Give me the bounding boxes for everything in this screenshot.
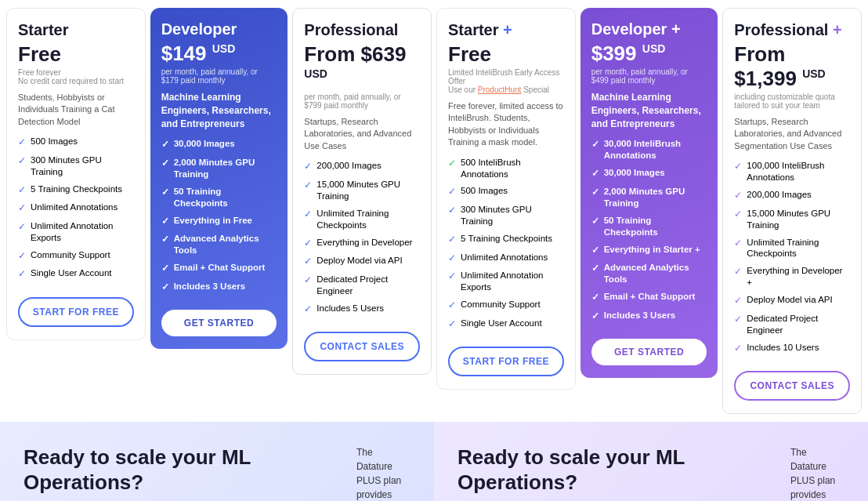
feature-item: ✓Advanced Analytics Tools [161,233,277,256]
feature-item: ✓Unlimited Annotation Exports [448,270,564,293]
feature-item: ✓2,000 Minutes GPU Training [591,186,707,209]
enterprise-title-right: Ready to scale your ML Operations? [458,445,775,494]
check-icon: ✓ [448,205,456,217]
feature-item: ✓30,000 Images [161,138,277,151]
check-icon: ✓ [18,268,26,281]
plan-card-professional-plus: Professional + From $1,399 USD including… [722,8,862,414]
check-icon: ✓ [591,310,599,323]
plan-price-professional: From $639 USD [304,42,420,91]
plan-name-developer-plus: Developer + [591,20,707,38]
enterprise-left-content: Ready to scale your ML Operations? CHAT … [24,445,341,501]
plan-card-developer-plus: Developer + $399 USD per month, paid ann… [580,8,718,378]
check-icon: ✓ [591,187,599,199]
enterprise-card-left: Ready to scale your ML Operations? CHAT … [0,422,434,501]
contact-sales-button-professional[interactable]: CONTACT SALES [304,332,420,361]
check-icon: ✓ [304,209,312,221]
plan-tagline-professional-plus: Startups, Research Laboratories, and Adv… [734,116,850,152]
check-icon: ✓ [591,139,599,151]
feature-item: ✓Unlimited Training Checkpoints [304,208,420,231]
check-icon: ✓ [734,266,742,278]
plan-price-professional-plus: From $1,399 USD [734,42,850,91]
plan-name-developer: Developer [161,20,277,38]
check-icon: ✓ [591,168,599,180]
feature-item: ✓500 Images [448,185,564,198]
check-icon: ✓ [18,221,26,234]
feature-item: ✓Community Support [448,299,564,312]
feature-item: ✓50 Training Checkpoints [591,215,707,238]
features-list-starter: ✓500 Images ✓300 Minutes GPU Training ✓5… [18,136,134,286]
check-icon: ✓ [161,216,169,228]
feature-item: ✓Unlimited Annotations [18,201,134,215]
enterprise-description-left: The Datature PLUS plan provides enterpri… [356,445,410,501]
feature-item: ✓15,000 Minutes GPU Training [304,179,420,202]
plan-name-starter-plus: Starter + [448,21,564,39]
feature-item: ✓Includes 10 Users [734,342,850,355]
plan-tagline-starter-plus: Free forever, limited access to InteliBr… [448,100,564,149]
plan-period-developer: per month, paid annually, or $179 paid m… [161,67,277,85]
check-icon: ✓ [448,270,456,283]
plus-badge: + [833,21,842,38]
plan-price-starter-plus: Free [448,42,564,67]
check-icon: ✓ [734,343,742,355]
plan-period-professional: per month, paid annually, or $799 paid m… [304,93,420,110]
check-icon: ✓ [734,238,742,250]
features-list-developer-plus: ✓30,000 InteliBrush Annotations ✓30,000 … [591,138,707,328]
feature-item: ✓Everything in Developer + [734,265,850,289]
check-icon: ✓ [734,161,742,173]
feature-item: ✓Single User Account [448,318,564,331]
feature-item: ✓500 InteliBrush Annotations [448,157,564,180]
check-icon: ✓ [734,314,742,326]
enterprise-right-content: Ready to scale your ML Operations? CHAT … [458,445,775,501]
check-icon: ✓ [18,184,26,197]
plan-name-starter: Starter [18,21,134,39]
plan-card-developer: Developer $149 USD per month, paid annua… [150,8,288,349]
feature-item: ✓Deploy Model via API [734,294,850,307]
feature-item: ✓100,000 InteliBrush Annotations [734,160,850,183]
feature-item: ✓Everything in Starter + [591,244,707,257]
features-list-starter-plus: ✓500 InteliBrush Annotations ✓500 Images… [448,157,564,336]
check-icon: ✓ [304,238,312,250]
plan-price-starter: Free [18,42,134,67]
feature-item: ✓Includes 5 Users [304,303,420,316]
plan-tagline-starter: Students, Hobbyists or Individuals Train… [18,92,134,128]
plan-period-starter-plus: Limited InteliBrush Early Access OfferUs… [448,68,564,94]
feature-item: ✓15,000 Minutes GPU Training [734,208,850,231]
check-icon: ✓ [304,180,312,192]
enterprise-features-right: The Datature PLUS plan provides enterpri… [790,445,844,501]
check-icon: ✓ [161,234,169,246]
check-icon: ✓ [448,252,456,265]
features-list-developer: ✓30,000 Images ✓2,000 Minutes GPU Traini… [161,138,277,299]
start-free-button-starter-plus[interactable]: START FOR FREE [448,347,564,376]
check-icon: ✓ [591,216,599,228]
pricing-section: Starter Free Free foreverNo credit card … [0,0,868,422]
get-started-button-developer[interactable]: GET STARTED [161,310,277,336]
check-icon: ✓ [734,295,742,307]
feature-item: ✓Unlimited Annotation Exports [18,220,134,244]
enterprise-title-left: Ready to scale your ML Operations? [24,445,341,494]
check-icon: ✓ [448,300,456,312]
features-list-professional-plus: ✓100,000 InteliBrush Annotations ✓200,00… [734,160,850,360]
check-icon: ✓ [161,281,169,294]
contact-sales-button-professional-plus[interactable]: CONTACT SALES [734,371,850,401]
feature-item: ✓Email + Chat Support [591,291,707,304]
check-icon: ✓ [304,303,312,316]
start-free-button-starter[interactable]: START FOR FREE [18,297,134,327]
feature-item: ✓Dedicated Project Engineer [734,313,850,336]
feature-item: ✓Dedicated Project Engineer [304,274,420,297]
feature-item: ✓Advanced Analytics Tools [591,262,707,285]
enterprise-section: Ready to scale your ML Operations? CHAT … [0,422,868,501]
feature-item: ✓50 Training Checkpoints [161,186,277,209]
feature-item: ✓5 Training Checkpoints [18,183,134,197]
enterprise-card-right: Ready to scale your ML Operations? CHAT … [434,422,868,501]
feature-item: ✓2,000 Minutes GPU Training [161,157,277,180]
check-icon: ✓ [591,292,599,304]
plan-card-starter: Starter Free Free foreverNo credit card … [6,8,146,340]
plan-tagline-developer-plus: Machine Learning Engineers, Researchers,… [591,91,707,130]
get-started-button-developer-plus[interactable]: GET STARTED [591,339,707,365]
producthunt-link[interactable]: ProductHunt [478,85,522,94]
plan-card-starter-plus: Starter + Free Limited InteliBrush Early… [436,8,576,390]
plan-card-professional: Professional From $639 USD per month, pa… [292,8,432,375]
plan-period-starter: Free foreverNo credit card required to s… [18,68,134,85]
check-icon: ✓ [161,263,169,275]
feature-item: ✓200,000 Images [304,160,420,173]
